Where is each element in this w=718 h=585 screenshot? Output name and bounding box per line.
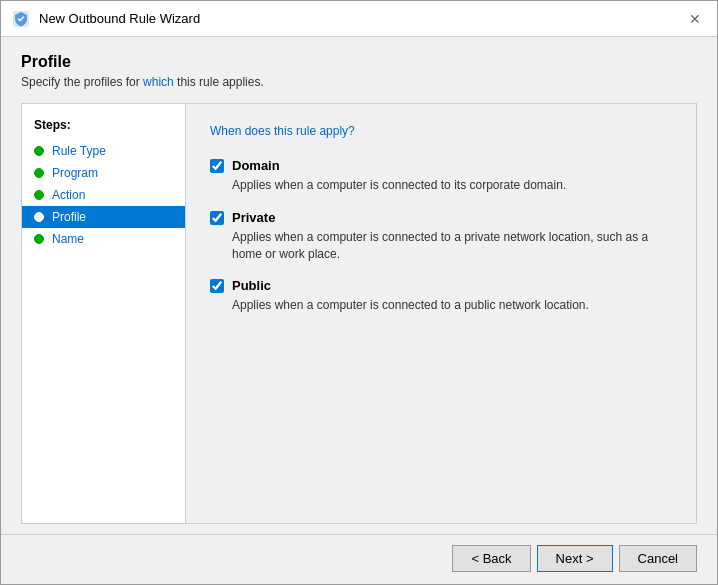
step-label-profile: Profile (52, 210, 86, 224)
public-description: Applies when a computer is connected to … (232, 297, 672, 314)
private-label: Private (232, 210, 275, 225)
step-label-rule-type: Rule Type (52, 144, 106, 158)
sidebar-item-profile[interactable]: Profile (22, 206, 185, 228)
private-checkbox[interactable] (210, 211, 224, 225)
next-button[interactable]: Next > (537, 545, 613, 572)
domain-checkbox[interactable] (210, 159, 224, 173)
step-dot-profile (34, 212, 44, 222)
option-private-row: Private (210, 210, 672, 225)
step-dot-action (34, 190, 44, 200)
step-dot-program (34, 168, 44, 178)
step-dot-name (34, 234, 44, 244)
wizard-window: New Outbound Rule Wizard ✕ Profile Speci… (0, 0, 718, 585)
option-domain: Domain Applies when a computer is connec… (210, 158, 672, 194)
footer: < Back Next > Cancel (1, 534, 717, 584)
sidebar-item-action[interactable]: Action (22, 184, 185, 206)
rule-question: When does this rule apply? (210, 124, 672, 138)
steps-header: Steps: (22, 114, 185, 140)
sidebar-item-program[interactable]: Program (22, 162, 185, 184)
public-checkbox[interactable] (210, 279, 224, 293)
option-domain-row: Domain (210, 158, 672, 173)
page-subtitle: Specify the profiles for which this rule… (21, 75, 697, 89)
page-title: Profile (21, 53, 697, 71)
sidebar-item-rule-type[interactable]: Rule Type (22, 140, 185, 162)
main-panel: Steps: Rule Type Program Action Profile (21, 103, 697, 524)
window-title: New Outbound Rule Wizard (39, 11, 683, 26)
subtitle-link[interactable]: which (143, 75, 174, 89)
close-button[interactable]: ✕ (683, 7, 707, 31)
content-area: Profile Specify the profiles for which t… (1, 37, 717, 534)
step-label-name: Name (52, 232, 84, 246)
public-label: Public (232, 278, 271, 293)
right-panel: When does this rule apply? Domain Applie… (186, 103, 697, 524)
sidebar-item-name[interactable]: Name (22, 228, 185, 250)
cancel-button[interactable]: Cancel (619, 545, 697, 572)
sidebar: Steps: Rule Type Program Action Profile (21, 103, 186, 524)
step-label-action: Action (52, 188, 85, 202)
domain-description: Applies when a computer is connected to … (232, 177, 672, 194)
option-public-row: Public (210, 278, 672, 293)
back-button[interactable]: < Back (452, 545, 530, 572)
option-private: Private Applies when a computer is conne… (210, 210, 672, 263)
window-icon (11, 9, 31, 29)
step-label-program: Program (52, 166, 98, 180)
domain-label: Domain (232, 158, 280, 173)
private-description: Applies when a computer is connected to … (232, 229, 672, 263)
option-public: Public Applies when a computer is connec… (210, 278, 672, 314)
step-dot-rule-type (34, 146, 44, 156)
title-bar: New Outbound Rule Wizard ✕ (1, 1, 717, 37)
